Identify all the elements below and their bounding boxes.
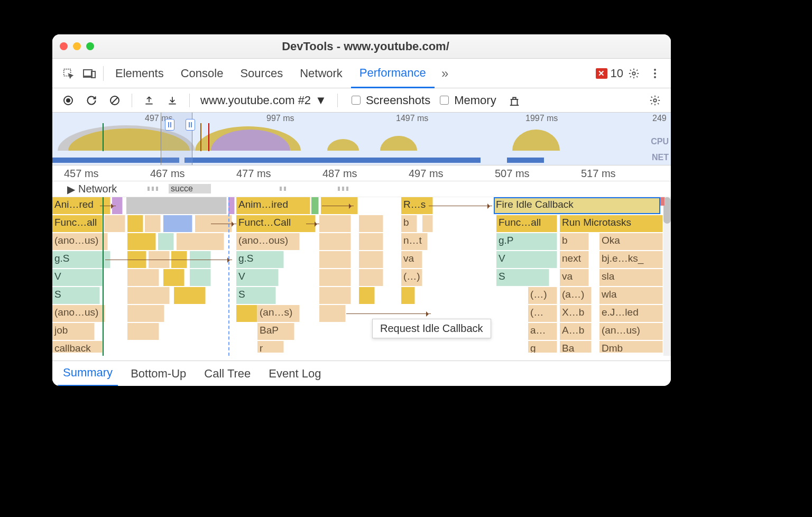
flame-bar[interactable]: g: [528, 341, 557, 353]
flame-bar[interactable]: a…: [528, 323, 557, 340]
flame-bar[interactable]: A…b: [560, 323, 592, 340]
flame-ruler[interactable]: 457 ms 467 ms 477 ms 487 ms 497 ms 507 m…: [52, 165, 671, 181]
inspect-element-icon[interactable]: [58, 63, 79, 84]
flame-bar[interactable]: [126, 197, 227, 214]
flame-bar[interactable]: [127, 215, 143, 232]
flame-bar[interactable]: [177, 233, 224, 250]
network-track[interactable]: ▶ Network succe: [52, 181, 671, 197]
flame-bar[interactable]: (ano…ous): [236, 233, 300, 250]
tabs-overflow-icon[interactable]: »: [435, 63, 456, 84]
flame-bar[interactable]: Dmb: [599, 341, 663, 353]
flame-bar[interactable]: (an…s): [257, 305, 300, 322]
flame-bar-selected[interactable]: Fire Idle Callback: [494, 197, 660, 214]
tab-performance[interactable]: Performance: [351, 59, 435, 88]
device-toolbar-icon[interactable]: [79, 63, 100, 84]
flame-bar[interactable]: g.P: [496, 233, 557, 250]
memory-checkbox[interactable]: [440, 96, 449, 105]
flame-bar[interactable]: g.S: [52, 251, 110, 268]
flame-bar[interactable]: [158, 233, 174, 250]
flame-bar[interactable]: [163, 269, 184, 286]
tab-bottom-up[interactable]: Bottom-Up: [125, 361, 191, 386]
flame-bar[interactable]: [127, 233, 156, 250]
flame-chart[interactable]: Ani…red Anim…ired R…s Fire Idle Callback…: [52, 197, 671, 356]
tab-elements[interactable]: Elements: [107, 59, 172, 88]
flame-bar[interactable]: [319, 269, 351, 286]
flame-bar[interactable]: X…b: [560, 305, 592, 322]
flame-bar[interactable]: (ano…us): [52, 305, 105, 322]
flame-bar[interactable]: [422, 215, 433, 232]
flame-bar[interactable]: [401, 287, 415, 304]
flame-bar[interactable]: [190, 269, 211, 286]
flame-bar[interactable]: b: [401, 215, 417, 232]
flame-bar[interactable]: [145, 215, 161, 232]
flame-bar[interactable]: S: [236, 287, 276, 304]
flame-bar[interactable]: (ano…us): [52, 233, 108, 250]
flame-bar[interactable]: (…: [528, 305, 557, 322]
flame-bar[interactable]: va: [560, 269, 589, 286]
flame-bar[interactable]: Run Microtasks: [560, 215, 663, 232]
flame-bar[interactable]: V: [496, 251, 557, 268]
tab-console[interactable]: Console: [172, 59, 232, 88]
settings-gear-icon[interactable]: [623, 63, 644, 84]
screenshots-checkbox[interactable]: [352, 96, 361, 105]
flame-bar[interactable]: [311, 197, 319, 214]
flame-bar[interactable]: Funct…Call: [236, 215, 316, 232]
flame-bar[interactable]: V: [236, 269, 279, 286]
overview-handle-left[interactable]: [165, 119, 174, 131]
tab-network[interactable]: Network: [291, 59, 351, 88]
error-badge[interactable]: ✕ 10: [596, 67, 623, 80]
flame-bar[interactable]: [319, 305, 346, 322]
flame-bar[interactable]: S: [52, 287, 100, 304]
flame-bar[interactable]: [104, 215, 125, 232]
chevron-right-icon[interactable]: ▶: [67, 183, 75, 196]
flame-bar[interactable]: [359, 287, 375, 304]
capture-settings-gear-icon[interactable]: [644, 90, 666, 111]
flame-bar[interactable]: [127, 269, 159, 286]
flame-bar[interactable]: (an…us): [599, 323, 663, 340]
flame-bar[interactable]: bj.e…ks_: [599, 251, 663, 268]
flame-bar[interactable]: [319, 215, 351, 232]
playhead[interactable]: [228, 197, 229, 356]
flame-bar[interactable]: [359, 251, 383, 268]
flame-bar[interactable]: BaP: [257, 323, 294, 340]
flame-bar[interactable]: job: [52, 323, 95, 340]
flame-bar[interactable]: n…t: [401, 233, 428, 250]
timeline-overview[interactable]: 497 ms 997 ms 1497 ms 1997 ms 249 CPU NE…: [52, 113, 671, 165]
reload-record-button[interactable]: [81, 90, 102, 111]
flame-bar[interactable]: next: [560, 251, 589, 268]
flame-bar[interactable]: Ba: [560, 341, 592, 353]
flame-bar[interactable]: [359, 215, 383, 232]
flame-bar[interactable]: [359, 233, 383, 250]
flame-bar[interactable]: va: [401, 251, 422, 268]
flame-bar[interactable]: b: [560, 233, 589, 250]
overview-handle-right[interactable]: [186, 119, 195, 131]
flame-bar[interactable]: [660, 197, 665, 206]
flame-bar[interactable]: [236, 305, 257, 322]
download-icon[interactable]: [162, 90, 183, 111]
flame-bar[interactable]: callback: [52, 341, 103, 353]
flame-bar[interactable]: [319, 233, 351, 250]
upload-icon[interactable]: [139, 90, 160, 111]
flame-bar[interactable]: [127, 305, 164, 322]
flame-bar[interactable]: Anim…ired: [236, 197, 310, 214]
flame-bar[interactable]: Func…all: [496, 215, 557, 232]
recording-selector[interactable]: www.youtube.com #2▼: [196, 94, 331, 107]
flame-bar[interactable]: (a…): [560, 287, 592, 304]
garbage-collect-icon[interactable]: [504, 90, 525, 111]
flame-bar[interactable]: Oka: [599, 233, 663, 250]
flame-bar[interactable]: r: [257, 341, 284, 353]
tab-event-log[interactable]: Event Log: [263, 361, 326, 386]
tab-summary[interactable]: Summary: [58, 361, 118, 386]
flame-bar[interactable]: [319, 251, 351, 268]
flame-bar[interactable]: [359, 269, 383, 286]
flame-bar[interactable]: g.S: [236, 251, 284, 268]
close-dot[interactable]: [60, 42, 68, 50]
flame-bar[interactable]: (…): [528, 287, 557, 304]
flame-bar[interactable]: S: [496, 269, 549, 286]
flame-bar[interactable]: R…s: [401, 197, 433, 214]
tab-call-tree[interactable]: Call Tree: [199, 361, 256, 386]
flame-bar[interactable]: [127, 323, 159, 340]
flame-bar[interactable]: [163, 215, 192, 232]
network-capsule[interactable]: succe: [169, 184, 211, 193]
flame-bar[interactable]: [319, 287, 351, 304]
